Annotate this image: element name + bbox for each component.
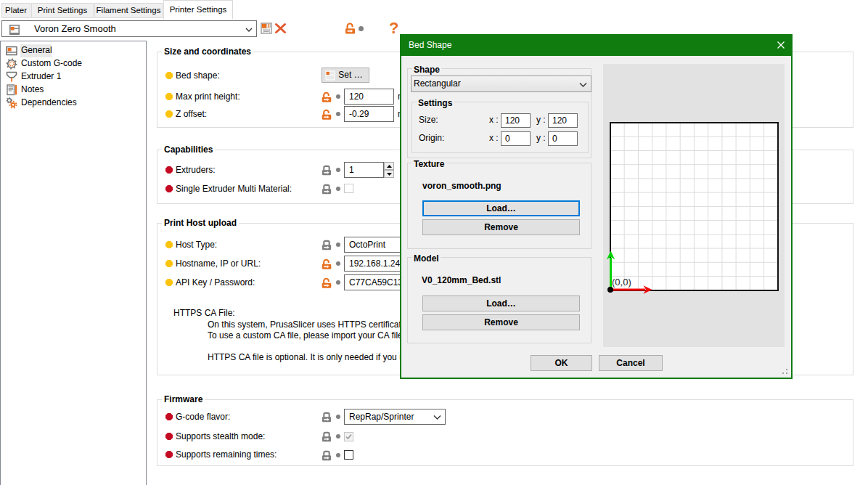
svg-text:(0,0): (0,0) [612,277,631,288]
